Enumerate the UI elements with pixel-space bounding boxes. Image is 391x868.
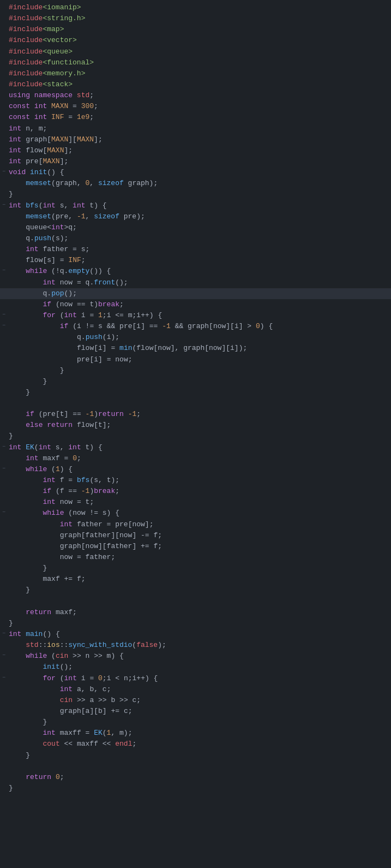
fold-gutter xyxy=(0,332,8,332)
fold-gutter xyxy=(0,431,8,431)
fold-gutter xyxy=(0,90,8,91)
code-line: int n, m; xyxy=(0,123,391,134)
fold-gutter xyxy=(0,57,8,58)
fold-gutter xyxy=(0,387,8,388)
fold-gutter xyxy=(0,299,8,300)
line-text: for (int i = 1;i <= m;i++) { xyxy=(8,310,391,321)
fold-gutter[interactable]: − xyxy=(0,508,8,517)
code-line: #include<iomanip> xyxy=(0,2,391,13)
line-text: #include<queue> xyxy=(8,46,391,57)
line-text: int father = s; xyxy=(8,244,391,255)
fold-gutter xyxy=(0,519,8,520)
code-line: } xyxy=(0,431,391,442)
fold-gutter[interactable]: − xyxy=(0,321,8,330)
fold-gutter xyxy=(0,211,8,212)
line-text: int now = t; xyxy=(8,497,391,508)
code-line: #include<functional> xyxy=(0,57,391,68)
line-text: int graph[MAXN][MAXN]; xyxy=(8,134,391,145)
line-text: flow[s] = INF; xyxy=(8,255,391,266)
fold-gutter xyxy=(0,68,8,69)
line-text: return 0; xyxy=(8,772,391,783)
fold-gutter xyxy=(0,13,8,14)
fold-gutter xyxy=(0,420,8,420)
line-text: if (i != s && pre[i] == -1 && graph[now]… xyxy=(8,321,391,332)
fold-gutter xyxy=(0,354,8,355)
line-text: #include<map> xyxy=(8,24,391,35)
code-line: − while (now != s) { xyxy=(0,508,391,519)
code-line: int maxff = EK(1, m); xyxy=(0,728,391,739)
fold-gutter[interactable]: − xyxy=(0,310,8,319)
code-line: graph[now][father] += f; xyxy=(0,541,391,552)
fold-gutter[interactable]: − xyxy=(0,266,8,275)
code-line: return maxf; xyxy=(0,607,391,618)
line-text xyxy=(8,596,391,607)
code-line xyxy=(0,761,391,772)
fold-gutter xyxy=(0,739,8,739)
fold-gutter xyxy=(0,178,8,179)
line-text: int flow[MAXN]; xyxy=(8,145,391,156)
line-text: q.pop(); xyxy=(8,288,391,299)
code-line: } xyxy=(0,618,391,629)
fold-gutter xyxy=(0,695,8,695)
fold-gutter xyxy=(0,46,8,47)
fold-gutter xyxy=(0,717,8,717)
line-text: const int MAXN = 300; xyxy=(8,101,391,112)
fold-gutter xyxy=(0,35,8,35)
line-text: q.push(i); xyxy=(8,332,391,343)
code-line: graph[father][now] -= f; xyxy=(0,530,391,541)
fold-gutter[interactable]: − xyxy=(0,167,8,176)
fold-gutter[interactable]: − xyxy=(0,200,8,210)
line-text: graph[father][now] -= f; xyxy=(8,530,391,541)
fold-gutter xyxy=(0,750,8,751)
line-text: int n, m; xyxy=(8,123,391,134)
line-text xyxy=(8,398,391,409)
code-line: std::ios::sync_with_stdio(false); xyxy=(0,640,391,651)
line-text: int main() { xyxy=(8,629,391,640)
fold-gutter xyxy=(0,684,8,685)
line-text: #include<stack> xyxy=(8,79,391,90)
fold-gutter xyxy=(0,343,8,343)
line-text: while (now != s) { xyxy=(8,508,391,519)
fold-gutter[interactable]: − xyxy=(0,629,8,638)
fold-gutter xyxy=(0,530,8,531)
line-text: int EK(int s, int t) { xyxy=(8,442,391,453)
fold-gutter xyxy=(0,585,8,585)
line-text: } xyxy=(8,783,391,794)
fold-gutter xyxy=(0,365,8,366)
fold-gutter[interactable]: − xyxy=(0,464,8,473)
fold-gutter[interactable]: − xyxy=(0,673,8,682)
code-line: } xyxy=(0,376,391,387)
line-text: memset(graph, 0, sizeof graph); xyxy=(8,178,391,189)
line-text: int bfs(int s, int t) { xyxy=(8,200,391,211)
fold-gutter xyxy=(0,244,8,245)
fold-gutter[interactable]: − xyxy=(0,651,8,660)
code-line: using namespace std; xyxy=(0,90,391,101)
line-text: } xyxy=(8,717,391,728)
code-line xyxy=(0,398,391,409)
code-line: cout << maxff << endl; xyxy=(0,739,391,750)
line-text: int a, b, c; xyxy=(8,684,391,695)
code-line: − while (cin >> n >> m) { xyxy=(0,651,391,662)
line-text: #include<string.h> xyxy=(8,13,391,24)
code-line: int father = s; xyxy=(0,244,391,255)
code-line: flow[i] = min(flow[now], graph[now][i]); xyxy=(0,343,391,354)
fold-gutter xyxy=(0,453,8,454)
fold-gutter[interactable]: − xyxy=(0,442,8,451)
fold-gutter xyxy=(0,541,8,542)
fold-gutter xyxy=(0,156,8,157)
line-text: q.push(s); xyxy=(8,233,391,244)
code-line: } xyxy=(0,585,391,596)
code-line: graph[a][b] += c; xyxy=(0,706,391,717)
fold-gutter xyxy=(0,728,8,728)
code-line: } xyxy=(0,750,391,761)
line-text: } xyxy=(8,189,391,200)
line-text: } xyxy=(8,585,391,596)
code-line: const int MAXN = 300; xyxy=(0,101,391,112)
line-text: const int INF = 1e9; xyxy=(8,112,391,123)
code-line: q.push(i); xyxy=(0,332,391,343)
fold-gutter xyxy=(0,783,8,783)
line-text: } xyxy=(8,376,391,387)
line-text: else return flow[t]; xyxy=(8,420,391,431)
line-text: #include<vector> xyxy=(8,35,391,46)
fold-gutter xyxy=(0,145,8,146)
